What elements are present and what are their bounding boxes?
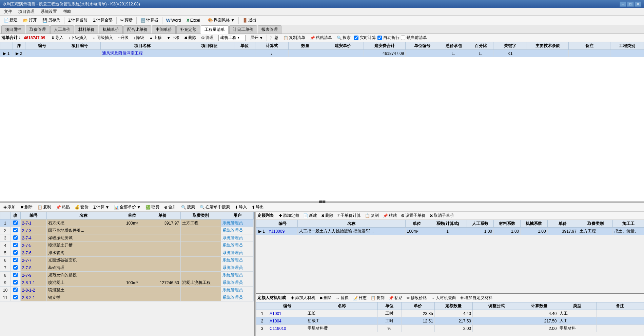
check-cell[interactable] [10, 249, 20, 257]
check-cell[interactable] [10, 279, 20, 287]
close-button[interactable]: ✕ [635, 1, 641, 7]
search-in-boq-btn[interactable]: 🔍 在清单中搜索 [198, 203, 232, 211]
check-cell[interactable] [10, 272, 20, 279]
expand-cell[interactable]: ▶ 1 [0, 50, 13, 57]
check-cell[interactable] [10, 227, 20, 234]
menu-file[interactable]: 文件 [1, 8, 15, 15]
calc-current-button[interactable]: Σ 计算当前 [66, 16, 90, 24]
delete-boq-btn[interactable]: ✖ 删除 [182, 34, 198, 41]
import-bottom-btn[interactable]: ⬇ 导入 [233, 203, 249, 211]
add-custom-material-btn[interactable]: ✚ 增加自定义材料 [458, 294, 494, 301]
search-boq-btn[interactable]: 🔍 搜索 [335, 34, 353, 41]
replace-material-btn[interactable]: ↔ 替换 [334, 294, 350, 301]
list-item[interactable]: 11 2-8-2-1 钢支撑 系统管理员 [0, 294, 254, 301]
delete-quota-btn[interactable]: ✖ 删除 [319, 212, 335, 219]
check-cell[interactable] [10, 294, 20, 301]
calc-btn[interactable]: Σ 计算 ▼ [91, 203, 111, 211]
check-cell[interactable] [10, 257, 20, 264]
summarize-btn[interactable]: 汇总 [268, 34, 280, 41]
paste-quota-btn[interactable]: 📌 粘贴 [381, 212, 398, 219]
add-btn[interactable]: ✚ 添加 [1, 203, 18, 211]
menu-help[interactable]: 帮助 [60, 8, 74, 15]
open-button[interactable]: 📂 打开 [21, 16, 39, 24]
list-item[interactable]: 5 2-7-6 排水管沟 系统管理员 [0, 249, 254, 257]
expand-btn[interactable]: 展开 ▼ [248, 34, 265, 41]
list-item[interactable]: 7 2-7-8 基础清理 系统管理员 [0, 264, 254, 272]
tab-fee-mgmt[interactable]: 取费管理 [26, 25, 50, 34]
new-quota-btn[interactable]: 📄 新建 [301, 212, 319, 219]
word-button[interactable]: W Word [164, 17, 183, 24]
list-item[interactable]: 1 A1001 工长 工时 23.35 4.40 4.40 人工 [256, 310, 644, 317]
modify-price-btn[interactable]: ✏ 修改价格 [405, 294, 429, 301]
calculator-button[interactable]: 🔢 计算器 [138, 16, 161, 24]
check-cell[interactable] [10, 234, 20, 242]
apply-price-btn[interactable]: 💰 套价 [73, 203, 91, 211]
paste-material-btn[interactable]: 📌 粘贴 [387, 294, 404, 301]
list-item[interactable]: 2 2-7-3 因不良地质条件引... 系统管理员 [0, 227, 254, 234]
check-cell[interactable] [10, 219, 20, 227]
delete-material-btn[interactable]: ✖ 删除 [318, 294, 333, 301]
quota-detail-panel[interactable]: 编号 名称 单位 系数(计算式) 人工系数 材料系数 机械系数 单价 取费类别 … [256, 220, 644, 294]
demote-btn[interactable]: ↓ 降级 [131, 34, 146, 41]
all-price-btn[interactable]: 📊 全部单价 ▼ [112, 203, 143, 211]
log-btn[interactable]: 📝 日志 [351, 294, 368, 301]
tab-labor-price[interactable]: 人工单价 [50, 25, 74, 34]
material-flow-btn[interactable]: → 人材机去向 [429, 294, 458, 301]
eng-type-dropdown[interactable]: 建筑工程 ▼ [218, 35, 246, 41]
copy-quota-btn[interactable]: 📋 复制 [363, 212, 380, 219]
realtime-calc-check[interactable] [354, 36, 358, 40]
move-up-btn[interactable]: ▲ 上移 [147, 34, 164, 41]
paste-boq-btn[interactable]: 📌 粘贴清单 [308, 34, 334, 41]
check-cell[interactable] [10, 287, 20, 294]
copy-boq-btn[interactable]: 📋 复制清单 [281, 34, 307, 41]
table-row[interactable]: ▶ 1 ▶ 2 通风洞及附属洞室工程 / [0, 50, 644, 57]
auto-wrap-check[interactable] [377, 36, 382, 40]
calc-all-button[interactable]: Σ 计算全部 [91, 16, 115, 24]
list-item[interactable]: 6 2-7-7 光面爆破破面积 系统管理员 [0, 257, 254, 264]
cancel-subprice-btn[interactable]: ✖ 取消子单价 [428, 212, 456, 219]
manage-btn[interactable]: ⚙ 管理 [199, 34, 216, 41]
tab-supp-quota[interactable]: 补充定额 [176, 25, 200, 34]
copy-material-btn[interactable]: 📋 复制 [369, 294, 386, 301]
list-item[interactable]: 3 C119010 零星材料费 % 2.00 2.00 零星材料 [256, 325, 644, 332]
tab-bill-qty[interactable]: 工程量清单 [201, 25, 229, 34]
minimize-button[interactable]: ─ [620, 1, 626, 7]
lock-current-check[interactable] [401, 36, 405, 40]
tab-reports[interactable]: 报表管理 [258, 25, 281, 34]
menu-system[interactable]: 系统设置 [38, 8, 60, 15]
list-item[interactable]: 9 2-8-1-1 喷混凝土 100m³ 127246.50 混凝土浇筑工程 系… [0, 279, 254, 287]
add-material-btn[interactable]: ✚ 添加人材机 [289, 294, 317, 301]
copy-btn[interactable]: 📋 复制 [35, 203, 53, 211]
delete-btn[interactable]: ✖ 删除 [18, 203, 35, 211]
list-item[interactable]: 8 2-7-9 规范允许的超挖 系统管理员 [0, 272, 254, 279]
import-btn[interactable]: ⬇ 导入 [49, 34, 65, 41]
table-row[interactable]: ▶ 1 YJ10009 人工挖一般土方人力挑抬运输 挖装运S2... 100m³… [256, 228, 644, 235]
new-button[interactable]: 📄 新建 [1, 16, 20, 24]
theme-button[interactable]: 🎨 界面风格 ▼ [206, 16, 237, 24]
quota-list-scroll[interactable]: 改 编号 名称 单位 单价 取费类别 用户 1 2 [0, 212, 254, 336]
insert-sibling-btn[interactable]: ↔ 同级插入 [90, 34, 115, 41]
menu-project[interactable]: 项目管理 [16, 8, 37, 15]
tab-mech-price[interactable]: 机械单价 [99, 25, 123, 34]
tab-daywork[interactable]: 计日工单价 [229, 25, 257, 34]
maximize-button[interactable]: □ [627, 1, 634, 7]
fee-btn[interactable]: 💹 取费 [143, 203, 161, 211]
tab-material-price[interactable]: 材料单价 [75, 25, 98, 34]
merge-btn[interactable]: ⊕ 合并 [162, 203, 178, 211]
list-item[interactable]: 4 2-7-5 喷混凝土开槽 系统管理员 [0, 242, 254, 249]
excel-button[interactable]: X Excel [184, 17, 203, 24]
check-cell[interactable] [10, 242, 20, 249]
material-table-area[interactable]: 编号 名称 单位 单价 定额数量 调整公式 计算数量 类型 备注 [256, 302, 644, 336]
cut-button[interactable]: ✂ 剪断 [118, 16, 135, 24]
list-item[interactable]: 1 2-7-1 石方洞挖 100m³ 3917.97 土方工程 系统管理员 [0, 219, 254, 227]
export-bottom-btn[interactable]: ⬆ 导出 [250, 203, 266, 211]
check-cell[interactable] [10, 264, 20, 272]
list-item[interactable]: 2 A1004 初级工 工时 12.51 217.50 217.50 人工 [256, 317, 644, 325]
list-item[interactable]: 3 2-7-4 爆破振动测试 系统管理员 [0, 234, 254, 242]
move-down-btn[interactable]: ▼ 下移 [164, 34, 181, 41]
list-item[interactable]: 10 2-8-1-2 喷混凝土 系统管理员 [0, 287, 254, 294]
tab-mid-price[interactable]: 中间单价 [152, 25, 176, 34]
tab-mix-price[interactable]: 配合比单价 [123, 25, 151, 34]
saveas-button[interactable]: 💾 另存为 [40, 16, 63, 24]
search-btn[interactable]: 🔍 搜索 [179, 203, 197, 211]
